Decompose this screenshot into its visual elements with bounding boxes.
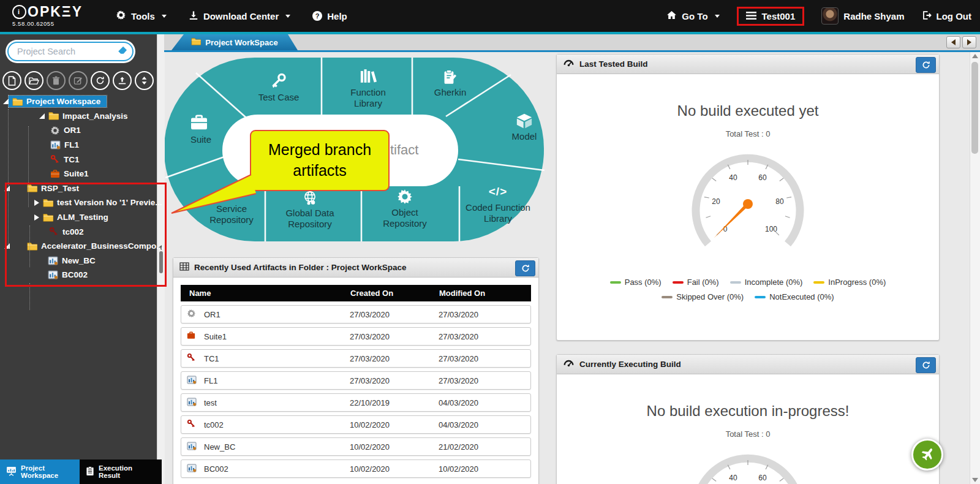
tab-project-workspace[interactable]: Project WorkSpace bbox=[172, 34, 298, 50]
skipped-swatch bbox=[662, 296, 673, 298]
table-row[interactable]: FL127/03/202027/03/2020 bbox=[181, 371, 531, 390]
expander-open-icon[interactable] bbox=[4, 243, 10, 249]
table-row[interactable]: New_BC10/02/202021/02/2020 bbox=[181, 437, 531, 456]
tree-item-or1[interactable]: OR1 bbox=[0, 123, 157, 138]
sidebar-resize-strip bbox=[157, 34, 165, 484]
currently-executing-message: No build execution in-progress! bbox=[557, 403, 939, 420]
expander-open-icon[interactable] bbox=[39, 113, 45, 119]
currently-executing-panel: Currently Executing Build No build execu… bbox=[556, 354, 940, 484]
table-row[interactable]: Suite127/03/202027/03/2020 bbox=[181, 327, 531, 346]
tree-item-new-bc[interactable]: New_BC bbox=[0, 254, 157, 268]
expander-open-icon[interactable] bbox=[4, 186, 10, 191]
tree-item-rsp-test[interactable]: RSP_Test bbox=[0, 181, 157, 196]
build-result-gauge: 0 20 40 60 80 100 bbox=[677, 146, 818, 253]
svg-text:40: 40 bbox=[729, 474, 737, 482]
scroll-up-arrow[interactable] bbox=[972, 54, 978, 58]
legend-pass: Pass (0%) bbox=[610, 278, 662, 287]
tab-scroll-right-button[interactable] bbox=[962, 36, 976, 48]
segment-coded-function-library[interactable]: Coded Function Library bbox=[459, 202, 537, 224]
table-row[interactable]: OR127/03/202027/03/2020 bbox=[181, 305, 531, 323]
page-scrollbar[interactable] bbox=[970, 52, 980, 484]
pass-swatch bbox=[610, 281, 621, 284]
tab-scroll-left-button[interactable] bbox=[946, 36, 960, 48]
new-artifact-button[interactable] bbox=[2, 71, 21, 90]
goto-menu[interactable]: Go To bbox=[666, 10, 719, 21]
segment-object-repository[interactable]: Object Repository bbox=[377, 207, 433, 229]
folder-icon bbox=[48, 112, 59, 120]
scroll-down-arrow[interactable] bbox=[972, 478, 978, 482]
folder-icon bbox=[12, 97, 23, 106]
table-row[interactable]: test22/10/201904/03/2020 bbox=[181, 393, 531, 412]
svg-text:100: 100 bbox=[765, 225, 777, 233]
download-center-menu[interactable]: Download Center bbox=[189, 10, 290, 22]
version-label: 5.58.00.62055 bbox=[12, 21, 83, 27]
function-library-icon bbox=[187, 442, 204, 452]
sidebar-tab-project-workspace[interactable]: Project Workspace bbox=[0, 459, 80, 484]
delete-button[interactable] bbox=[47, 71, 66, 90]
tree-item-alm-testing[interactable]: ALM_Testing bbox=[0, 210, 157, 225]
tools-menu[interactable]: Tools bbox=[116, 10, 167, 22]
gear-icon bbox=[187, 309, 204, 320]
segment-function-library[interactable]: Function Library bbox=[345, 87, 391, 108]
refresh-last-tested-button[interactable] bbox=[916, 57, 936, 73]
help-menu[interactable]: ? Help bbox=[312, 11, 347, 21]
opkey-app: iOPKΞY 5.58.00.62055 Tools Download Cent… bbox=[0, 0, 980, 484]
refresh-current-build-button[interactable] bbox=[916, 357, 936, 373]
briefcase-icon bbox=[187, 331, 204, 341]
segment-global-data-repository[interactable]: Global Data Repository bbox=[276, 208, 344, 229]
segment-model[interactable]: Model bbox=[512, 131, 537, 142]
table-header-row: Name Created On Modified On bbox=[181, 285, 531, 301]
function-library-icon bbox=[187, 398, 204, 408]
fab-execute-button[interactable] bbox=[911, 439, 943, 471]
tree-item-tc1[interactable]: TC1 bbox=[0, 152, 157, 167]
sidebar-tab-execution-result[interactable]: Execution Result bbox=[80, 459, 162, 484]
gauge-needle bbox=[714, 203, 749, 238]
segment-suite[interactable]: Suite bbox=[190, 134, 211, 145]
user-menu[interactable]: Radhe Shyam bbox=[821, 7, 904, 25]
recent-panel-header: Recently Used Artifacts in Folder : Proj… bbox=[173, 258, 538, 278]
opkey-logo[interactable]: iOPKΞY 5.58.00.62055 bbox=[12, 5, 83, 27]
tree-item-project-workspace[interactable]: Project Workspace bbox=[0, 94, 157, 109]
edit-button[interactable] bbox=[69, 71, 88, 90]
briefcase-icon bbox=[50, 170, 60, 178]
tree-item-tc002[interactable]: tc002 bbox=[0, 224, 157, 239]
tree-item-test-version[interactable]: test Version No '1' Previe... bbox=[0, 195, 157, 210]
expander-closed-icon[interactable] bbox=[34, 214, 39, 221]
legend-notexecuted: NotExecuted (0%) bbox=[755, 292, 834, 301]
tree-item-impact-analysis[interactable]: Impact_Analysis bbox=[0, 109, 157, 124]
tree-item-bc002[interactable]: BC002 bbox=[0, 268, 157, 282]
project-selector[interactable]: Test001 bbox=[737, 7, 805, 26]
project-search-box bbox=[6, 40, 135, 63]
open-folder-button[interactable] bbox=[24, 71, 43, 90]
table-row[interactable]: TC127/03/202027/03/2020 bbox=[181, 349, 531, 368]
tree-item-accelerator[interactable]: Accelerator_BusinessCompo... bbox=[0, 239, 157, 254]
expander-closed-icon[interactable] bbox=[34, 200, 39, 206]
sidebar-scrollbar-thumb[interactable] bbox=[159, 251, 163, 273]
table-row[interactable]: BC00210/02/202010/02/2020 bbox=[181, 459, 531, 478]
tree-item-suite1[interactable]: Suite1 bbox=[0, 167, 157, 181]
upload-button[interactable] bbox=[113, 71, 132, 90]
segment-test-case[interactable]: Test Case bbox=[258, 92, 300, 103]
gear-icon bbox=[116, 10, 126, 22]
gauge-container: 0 20 40 60 80 100 bbox=[557, 446, 939, 484]
expander-open-icon[interactable] bbox=[3, 99, 9, 104]
segment-gherkin[interactable]: Gherkin bbox=[434, 87, 467, 98]
merged-branch-callout: Merged branch artifacts bbox=[250, 130, 390, 191]
sort-button[interactable] bbox=[135, 71, 154, 90]
scrollbar-thumb[interactable] bbox=[971, 62, 978, 154]
refresh-tree-button[interactable] bbox=[91, 71, 110, 90]
notexecuted-swatch bbox=[755, 296, 766, 298]
code-icon: </> bbox=[489, 185, 507, 199]
table-row[interactable]: tc00210/02/202004/03/2020 bbox=[181, 415, 531, 434]
search-input[interactable] bbox=[16, 46, 116, 57]
clear-search-icon[interactable] bbox=[116, 46, 127, 57]
key-icon bbox=[50, 154, 60, 164]
logout-button[interactable]: Log Out bbox=[922, 10, 971, 22]
table-icon bbox=[179, 262, 189, 273]
main-content: </> Test Case Function Library Gherkin M… bbox=[164, 34, 970, 484]
key-icon bbox=[49, 227, 59, 236]
svg-text:80: 80 bbox=[775, 197, 784, 206]
refresh-recent-button[interactable] bbox=[515, 260, 535, 276]
tree-item-fl1[interactable]: FL1 bbox=[0, 138, 157, 153]
function-library-icon bbox=[48, 270, 58, 279]
